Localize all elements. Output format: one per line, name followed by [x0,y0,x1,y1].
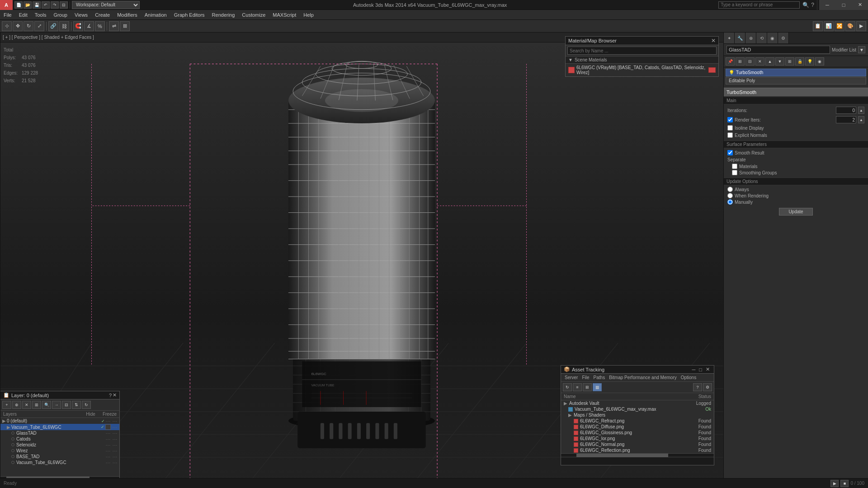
scale-tool-btn[interactable]: ⤢ [34,21,44,31]
modifier-name-input[interactable] [726,46,830,54]
render-iters-input[interactable] [836,116,856,123]
layer-item-base-tad[interactable]: ⬡ BASE_TAD --- --- [0,454,119,460]
asset-scrollbar[interactable] [561,453,714,457]
menu-file[interactable]: File [0,10,15,20]
layer-item-default[interactable]: ▶ 0 (default) ✓ --- --- [0,418,119,424]
utilities-panel-icon[interactable]: ⚙ [778,33,789,43]
toolbar-save-btn[interactable]: 💾 [33,1,41,9]
unlink-btn[interactable]: ⛓ [59,21,69,31]
asset-row-ior[interactable]: 6L6WGC_Ior.png Found [561,436,714,441]
layer-add-obj-btn[interactable]: ⊕ [12,401,21,409]
modifier-toolbar-lock[interactable]: 🔒 [795,57,804,66]
menu-group[interactable]: Group [50,10,71,20]
smoothing-groups-checkbox[interactable] [732,170,737,175]
explicit-normals-checkbox[interactable] [727,132,733,138]
asset-row-normal[interactable]: 6L6WGC_Normal.png Found [561,441,714,447]
layer-vacuum-hidden-box[interactable] [105,424,111,430]
menu-edit[interactable]: Edit [15,10,31,20]
asset-close-btn[interactable]: ✕ [704,366,711,372]
asset-row-vault[interactable]: ▶ Autodesk Vault Logged [561,400,714,406]
play-btn[interactable]: ▶ [830,480,839,487]
modify-panel-icon[interactable]: 🔧 [735,33,745,43]
menu-create[interactable]: Create [91,10,113,20]
percent-snap-btn[interactable]: % [95,21,105,31]
asset-toolbar-active[interactable]: ▦ [593,383,602,391]
iterations-up[interactable]: ▲ [858,107,864,114]
render-iters-checkbox[interactable] [727,117,733,122]
modifier-toolbar-bulb[interactable]: 💡 [805,57,814,66]
snap-btn[interactable]: 🧲 [73,21,83,31]
layer-panel-btn[interactable]: 📋 [813,21,823,31]
menu-rendering[interactable]: Rendering [208,10,239,20]
toolbar-undo-btn[interactable]: ↶ [42,1,50,9]
render-iters-up[interactable]: ▲ [858,116,864,123]
layer-copy-to-btn[interactable]: ⊟ [62,401,71,409]
asset-menu-server[interactable]: Server [563,375,580,380]
asset-menu-paths[interactable]: Paths [592,375,607,380]
menu-customize[interactable]: Customize [238,10,269,20]
menu-views[interactable]: Views [71,10,91,20]
toolbar-history-btn[interactable]: ⊟ [60,1,68,9]
asset-maximize-btn[interactable]: □ [698,366,703,372]
menu-modifiers[interactable]: Modifiers [113,10,141,20]
menu-animation[interactable]: Animation [141,10,170,20]
mat-search-input[interactable] [567,47,717,55]
modifier-toolbar-move-up[interactable]: ▲ [765,57,774,66]
iterations-input[interactable] [836,107,856,114]
layer-item-selenoidz[interactable]: ⬡ Selenoidz --- --- [0,442,119,448]
asset-toolbar-detail[interactable]: ⊞ [583,383,592,391]
render-btn[interactable]: ▶ [856,21,866,31]
isoline-checkbox[interactable] [727,125,733,131]
asset-row-file[interactable]: Vacuum_Tube_6L6WGC_max_vray.max Ok [561,406,714,412]
create-panel-icon[interactable]: ✦ [724,33,735,43]
layer-refresh-btn[interactable]: ↻ [82,401,91,409]
modifier-toolbar-move-down[interactable]: ▼ [775,57,784,66]
asset-toolbar-help[interactable]: ? [693,383,702,391]
asset-minimize-btn[interactable]: ─ [691,366,697,372]
schematic-btn[interactable]: 🔀 [835,21,844,31]
align-btn[interactable]: ⊞ [120,21,130,31]
asset-row-diffuse[interactable]: 6L6WGC_Diffuse.png Found [561,424,714,430]
layer-item-vacuum-tube[interactable]: ▶ Vacuum_Tube_6L6WGC ✓ --- [0,424,119,430]
always-radio[interactable] [727,187,733,192]
asset-scrollbar-thumb[interactable] [576,454,668,457]
minimize-btn[interactable]: ─ [819,0,835,10]
asset-row-maps[interactable]: ▶ Maps / Shaders [561,412,714,418]
help-search-btn[interactable]: ? [810,2,815,8]
asset-toolbar-refresh[interactable]: ↻ [563,383,572,391]
move-tool-btn[interactable]: ✥ [13,21,23,31]
scene-materials-header[interactable]: ▼ Scene Materials [566,56,718,64]
modifier-toolbar-show-all[interactable]: ⊞ [785,57,794,66]
layer-new-btn[interactable]: + [2,401,11,409]
modifier-toolbar-copy[interactable]: ⊞ [736,57,745,66]
modifier-toolbar-display[interactable]: ◉ [815,57,824,66]
search-btn[interactable]: 🔍 [802,2,810,8]
angle-snap-btn[interactable]: ∡ [84,21,94,31]
asset-row-reflection[interactable]: 6L6WGC_Reflection.png Found [561,447,714,453]
smooth-result-checkbox[interactable] [727,150,733,155]
track-view-btn[interactable]: 📊 [824,21,834,31]
modifier-toolbar-pin[interactable]: 📌 [726,57,735,66]
layer-item-wirez[interactable]: ⬡ Wirez --- --- [0,448,119,454]
asset-menu-file[interactable]: File [580,375,591,380]
layer-panel-help-btn[interactable]: ? [109,392,112,398]
modifier-toolbar-delete[interactable]: ✕ [755,57,764,66]
workspace-selector[interactable]: Workspace: Default [72,1,140,9]
mat-editor-btn[interactable]: 🎨 [845,21,855,31]
asset-row-refract[interactable]: 6L6WGC_Refract.png Found [561,418,714,424]
layer-remove-btn[interactable]: ✕ [22,401,31,409]
hierarchy-panel-icon[interactable]: ⊕ [745,33,756,43]
stop-btn[interactable]: ■ [840,480,849,487]
menu-tools[interactable]: Tools [31,10,50,20]
asset-row-glossiness[interactable]: 6L6WGC_Glossiness.png Found [561,430,714,436]
when-rendering-radio[interactable] [727,193,733,198]
layer-item-catods[interactable]: ⬡ Catods --- --- [0,436,119,442]
menu-graph-editors[interactable]: Graph Editors [170,10,208,20]
asset-menu-bitmap[interactable]: Bitmap Performance and Memory [607,375,679,380]
manually-radio[interactable] [727,199,733,205]
toolbar-redo-btn[interactable]: ↷ [51,1,59,9]
materials-checkbox[interactable] [732,164,737,169]
link-btn[interactable]: 🔗 [48,21,58,31]
motion-panel-icon[interactable]: ⟲ [756,33,767,43]
turbosmooth-modifier[interactable]: 💡 TurboSmooth [726,69,866,76]
